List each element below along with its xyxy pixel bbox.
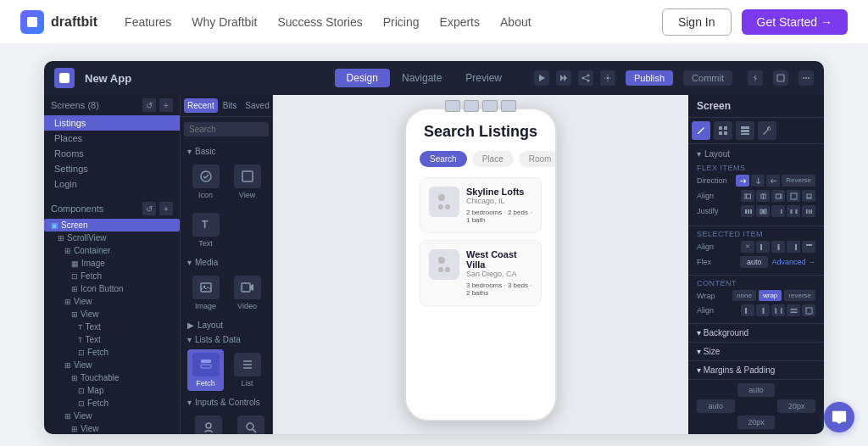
play-icon[interactable] — [534, 70, 549, 86]
tree-item-view5[interactable]: ⊞ View — [44, 422, 180, 434]
padding-bottom[interactable]: 20px — [737, 415, 776, 429]
tree-item-view3[interactable]: ⊞ View — [44, 359, 180, 371]
align-center-btn[interactable] — [756, 190, 770, 202]
nav-link-features[interactable]: Features — [125, 15, 171, 29]
commit-button[interactable]: Commit — [683, 70, 732, 86]
tree-item-view4[interactable]: ⊞ View — [44, 410, 180, 422]
nav-link-whydraftbit[interactable]: Why Draftbit — [192, 15, 257, 29]
tree-item-container[interactable]: ⊞ Container — [44, 244, 180, 257]
tab-design[interactable]: Design — [335, 69, 390, 87]
align3-c-btn[interactable] — [771, 304, 785, 316]
search-input[interactable] — [184, 122, 269, 137]
padding-top[interactable]: auto — [737, 383, 776, 397]
pencil-tab-icon[interactable] — [692, 121, 710, 140]
tree-item-view2[interactable]: ⊞ View — [44, 308, 180, 321]
share-icon[interactable] — [578, 70, 593, 86]
nav-logo[interactable]: draftbit — [20, 10, 97, 34]
align-start-btn[interactable] — [741, 190, 754, 202]
tree-item-fetch3[interactable]: ⊡ Fetch — [44, 397, 180, 410]
fast-forward-icon[interactable] — [556, 70, 571, 86]
component-text[interactable]: T Text — [187, 209, 224, 251]
advanced-link[interactable]: Advanced → — [771, 258, 815, 266]
tree-item-scrollview[interactable]: ⊞ ScrollView — [44, 231, 180, 244]
screens-refresh-icon[interactable]: ↺ — [142, 98, 156, 112]
wrench-tab-icon[interactable] — [758, 121, 776, 140]
component-view[interactable]: View — [229, 161, 265, 203]
component-fetch[interactable]: Fetch — [187, 349, 224, 391]
align3-b-btn[interactable] — [756, 304, 770, 316]
align3-d-btn[interactable] — [787, 304, 800, 316]
tree-item-map[interactable]: ⊡ Map — [44, 384, 180, 397]
reverse-btn[interactable]: Reverse — [782, 175, 815, 187]
align-end-btn[interactable] — [771, 190, 785, 202]
component-video[interactable]: Video — [229, 272, 265, 314]
sidebar-item-settings[interactable]: Settings — [44, 161, 180, 176]
tab-saved[interactable]: Saved — [242, 98, 272, 113]
component-image[interactable]: Image — [187, 272, 224, 314]
tree-item-image[interactable]: ▦ Image — [44, 257, 180, 270]
component-list[interactable]: List — [229, 349, 265, 391]
align2-b-btn[interactable] — [771, 241, 785, 253]
tab-bits[interactable]: Bits — [220, 98, 241, 113]
more-icon[interactable] — [798, 70, 814, 86]
tree-item-fetch2[interactable]: ⊡ Fetch — [44, 346, 180, 359]
phone-tab-search[interactable]: Search — [420, 151, 467, 167]
justify-around-btn[interactable] — [802, 205, 815, 217]
margins-section[interactable]: ▾ Margins & Padding — [688, 361, 824, 380]
tree-item-iconbutton[interactable]: ⊞ Icon Button — [44, 282, 180, 295]
tree-item-fetch[interactable]: ⊡ Fetch — [44, 270, 180, 282]
category-basic[interactable]: ▾ Basic — [184, 143, 269, 158]
sidebar-item-rooms[interactable]: Rooms — [44, 146, 180, 161]
align2-c-btn[interactable] — [787, 241, 800, 253]
justify-start-btn[interactable] — [741, 205, 754, 217]
nav-link-experts[interactable]: Experts — [440, 15, 480, 29]
phone-tab-place[interactable]: Place — [472, 151, 514, 167]
stack-tab-icon[interactable] — [736, 121, 754, 140]
tree-item-text1[interactable]: T Text — [44, 321, 180, 333]
justify-end-btn[interactable] — [771, 205, 785, 217]
device-icon[interactable] — [773, 70, 788, 86]
screens-add-icon[interactable]: + — [159, 98, 173, 112]
chat-bubble[interactable] — [824, 402, 854, 432]
flex-value[interactable]: auto — [740, 256, 769, 268]
padding-left[interactable]: auto — [697, 399, 735, 413]
components-add-icon[interactable]: + — [159, 202, 173, 215]
tab-recent[interactable]: Recent — [184, 98, 218, 113]
tree-item-text2[interactable]: T Text — [44, 333, 180, 346]
sidebar-item-places[interactable]: Places — [44, 131, 180, 146]
settings-icon[interactable] — [600, 70, 615, 86]
wrap-reverse-btn[interactable]: reverse — [784, 290, 815, 301]
align2-x-btn[interactable]: ✕ — [741, 241, 754, 253]
category-layout[interactable]: ▶ Layout — [184, 317, 269, 332]
wrap-wrap-btn[interactable]: wrap — [759, 290, 782, 301]
direction-rowrev-btn[interactable] — [766, 175, 780, 187]
tab-preview[interactable]: Preview — [453, 69, 514, 87]
size-section[interactable]: ▾ Size — [688, 343, 824, 361]
sidebar-item-login[interactable]: Login — [44, 176, 180, 192]
align3-a-btn[interactable] — [741, 304, 754, 316]
padding-right[interactable]: 20px — [777, 399, 815, 413]
direction-row-btn[interactable] — [736, 175, 749, 187]
category-listsdata[interactable]: ▾ Lists & Data — [184, 332, 269, 346]
align-baseline-btn[interactable] — [802, 190, 815, 202]
signin-button[interactable]: Sign In — [662, 8, 732, 36]
tree-item-screen[interactable]: ▣ Screen — [44, 219, 180, 231]
phone-tab-room[interactable]: Room — [519, 151, 555, 167]
nav-link-about[interactable]: About — [500, 15, 531, 29]
tree-item-view1[interactable]: ⊞ View — [44, 295, 180, 308]
background-section[interactable]: ▾ Background — [688, 324, 824, 343]
publish-button[interactable]: Publish — [626, 70, 673, 86]
tree-item-touchable[interactable]: ⊞ Touchable — [44, 371, 180, 384]
getstarted-button[interactable]: Get Started → — [742, 9, 848, 35]
align-stretch-btn[interactable] — [787, 190, 800, 202]
nav-link-successstories[interactable]: Success Stories — [277, 15, 362, 29]
component-icon[interactable]: Icon — [187, 161, 224, 203]
align2-d-btn[interactable] — [802, 241, 815, 253]
direction-col-btn[interactable] — [751, 175, 765, 187]
wrap-none-btn[interactable]: none — [732, 290, 756, 301]
justify-between-btn[interactable] — [787, 205, 800, 217]
category-media[interactable]: ▾ Media — [184, 254, 269, 269]
grid-tab-icon[interactable] — [714, 121, 732, 140]
align3-e-btn[interactable] — [802, 304, 815, 316]
component-touchable[interactable]: Touchable — [187, 412, 229, 434]
